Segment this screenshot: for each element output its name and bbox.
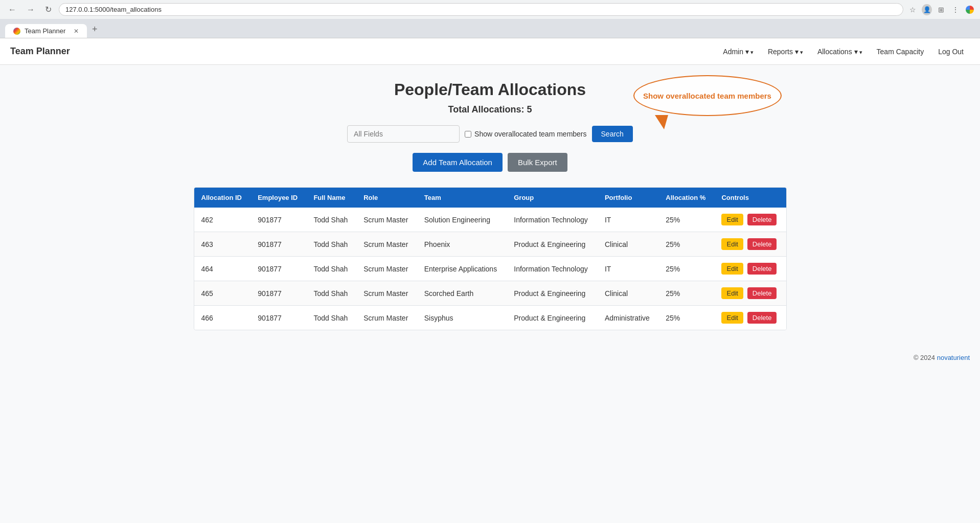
table-row: 465 901877 Todd Shah Scrum Master Scorch… xyxy=(194,281,786,306)
nav-allocations[interactable]: Allocations ▾ xyxy=(811,43,869,60)
cell-allocation-pct: 25% xyxy=(658,232,714,257)
search-button[interactable]: Search xyxy=(592,126,633,142)
cell-role: Scrum Master xyxy=(356,281,417,306)
cell-portfolio: Clinical xyxy=(598,232,658,257)
cell-allocation-pct: 25% xyxy=(658,208,714,232)
edit-button[interactable]: Edit xyxy=(721,238,743,250)
cell-team: Sisyphus xyxy=(417,306,507,330)
delete-button[interactable]: Delete xyxy=(747,312,777,324)
col-portfolio: Portfolio xyxy=(598,188,658,208)
table-body: 462 901877 Todd Shah Scrum Master Soluti… xyxy=(194,208,786,330)
cell-role: Scrum Master xyxy=(356,306,417,330)
cell-group: Product & Engineering xyxy=(507,281,598,306)
edit-button[interactable]: Edit xyxy=(721,214,743,225)
delete-button[interactable]: Delete xyxy=(747,238,777,250)
cell-allocation-id: 465 xyxy=(194,281,251,306)
cell-employee-id: 901877 xyxy=(250,208,306,232)
footer-link[interactable]: novaturient xyxy=(937,354,970,361)
cell-full-name: Todd Shah xyxy=(306,232,356,257)
cell-allocation-id: 463 xyxy=(194,232,251,257)
tab-title: Team Planner xyxy=(25,27,65,35)
nav-links: Admin ▾ Reports ▾ Allocations ▾ Team Cap… xyxy=(717,43,970,60)
cell-group: Product & Engineering xyxy=(507,306,598,330)
edit-button[interactable]: Edit xyxy=(721,312,743,324)
cell-team: Scorched Earth xyxy=(417,281,507,306)
bulk-export-button[interactable]: Bulk Export xyxy=(508,153,567,172)
overallocated-checkbox[interactable] xyxy=(465,131,471,138)
delete-button[interactable]: Delete xyxy=(747,214,777,225)
cell-allocation-pct: 25% xyxy=(658,257,714,281)
search-bar: Show overallocated team members Search xyxy=(194,125,787,143)
overallocated-checkbox-label: Show overallocated team members xyxy=(465,130,586,138)
cell-team: Enterprise Applications xyxy=(417,257,507,281)
browser-toolbar: ← → ↻ 127.0.0.1:5000/team_allocations ☆ … xyxy=(0,0,980,19)
forward-button[interactable]: → xyxy=(24,4,38,15)
cell-controls: Edit Delete xyxy=(714,306,786,330)
delete-button[interactable]: Delete xyxy=(747,263,777,275)
cell-group: Information Technology xyxy=(507,208,598,232)
app-brand: Team Planner xyxy=(10,46,717,57)
cell-controls: Edit Delete xyxy=(714,257,786,281)
delete-button[interactable]: Delete xyxy=(747,287,777,299)
nav-logout[interactable]: Log Out xyxy=(932,43,970,60)
cell-controls: Edit Delete xyxy=(714,232,786,257)
browser-chrome: ← → ↻ 127.0.0.1:5000/team_allocations ☆ … xyxy=(0,0,980,38)
col-allocation-pct: Allocation % xyxy=(658,188,714,208)
cell-portfolio: Clinical xyxy=(598,281,658,306)
browser-icons: ☆ 👤 ⊞ ⋮ xyxy=(907,5,975,15)
menu-icon[interactable]: ⋮ xyxy=(950,5,961,15)
cell-controls: Edit Delete xyxy=(714,281,786,306)
cell-portfolio: Administrative xyxy=(598,306,658,330)
allocations-table: Allocation ID Employee ID Full Name Role… xyxy=(194,188,786,330)
col-allocation-id: Allocation ID xyxy=(194,188,251,208)
add-team-allocation-button[interactable]: Add Team Allocation xyxy=(413,153,503,172)
cell-allocation-pct: 25% xyxy=(658,281,714,306)
col-team: Team xyxy=(417,188,507,208)
profile-icon[interactable]: 👤 xyxy=(922,5,932,15)
cell-allocation-id: 464 xyxy=(194,257,251,281)
cell-portfolio: IT xyxy=(598,257,658,281)
cell-portfolio: IT xyxy=(598,208,658,232)
url-bar[interactable]: 127.0.0.1:5000/team_allocations xyxy=(59,3,903,16)
cell-controls: Edit Delete xyxy=(714,208,786,232)
table-row: 463 901877 Todd Shah Scrum Master Phoeni… xyxy=(194,232,786,257)
col-full-name: Full Name xyxy=(306,188,356,208)
footer: © 2024 novaturient xyxy=(0,346,980,370)
nav-reports[interactable]: Reports ▾ xyxy=(762,43,809,60)
nav-admin[interactable]: Admin ▾ xyxy=(717,43,760,60)
annotation-bubble: Show overallocated team members xyxy=(633,75,782,116)
edit-button[interactable]: Edit xyxy=(721,263,743,275)
col-role: Role xyxy=(356,188,417,208)
cell-employee-id: 901877 xyxy=(250,281,306,306)
cell-allocation-id: 466 xyxy=(194,306,251,330)
chrome-icon xyxy=(965,5,975,15)
new-tab-button[interactable]: + xyxy=(87,21,103,38)
nav-team-capacity[interactable]: Team Capacity xyxy=(871,43,930,60)
browser-tab[interactable]: Team Planner ✕ xyxy=(5,24,87,38)
annotation-text: Show overallocated team members xyxy=(643,92,771,100)
col-controls: Controls xyxy=(714,188,786,208)
app-navbar: Team Planner Admin ▾ Reports ▾ Allocatio… xyxy=(0,38,980,65)
footer-copyright: © 2024 xyxy=(914,354,935,361)
search-input[interactable] xyxy=(347,125,460,143)
table-row: 466 901877 Todd Shah Scrum Master Sisyph… xyxy=(194,306,786,330)
cell-role: Scrum Master xyxy=(356,232,417,257)
bookmark-icon[interactable]: ☆ xyxy=(907,5,918,15)
cell-role: Scrum Master xyxy=(356,257,417,281)
reload-button[interactable]: ↻ xyxy=(42,4,55,15)
tab-close-button[interactable]: ✕ xyxy=(74,28,79,35)
cell-group: Information Technology xyxy=(507,257,598,281)
main-content: Show overallocated team members People/T… xyxy=(184,65,797,346)
back-button[interactable]: ← xyxy=(5,4,19,15)
allocations-table-wrapper: Allocation ID Employee ID Full Name Role… xyxy=(194,187,787,330)
col-group: Group xyxy=(507,188,598,208)
edit-button[interactable]: Edit xyxy=(721,287,743,299)
cell-full-name: Todd Shah xyxy=(306,306,356,330)
cell-employee-id: 901877 xyxy=(250,306,306,330)
table-header: Allocation ID Employee ID Full Name Role… xyxy=(194,188,786,208)
extensions-icon[interactable]: ⊞ xyxy=(936,5,946,15)
cell-full-name: Todd Shah xyxy=(306,208,356,232)
action-buttons: Add Team Allocation Bulk Export xyxy=(194,153,787,172)
cell-role: Scrum Master xyxy=(356,208,417,232)
col-employee-id: Employee ID xyxy=(250,188,306,208)
